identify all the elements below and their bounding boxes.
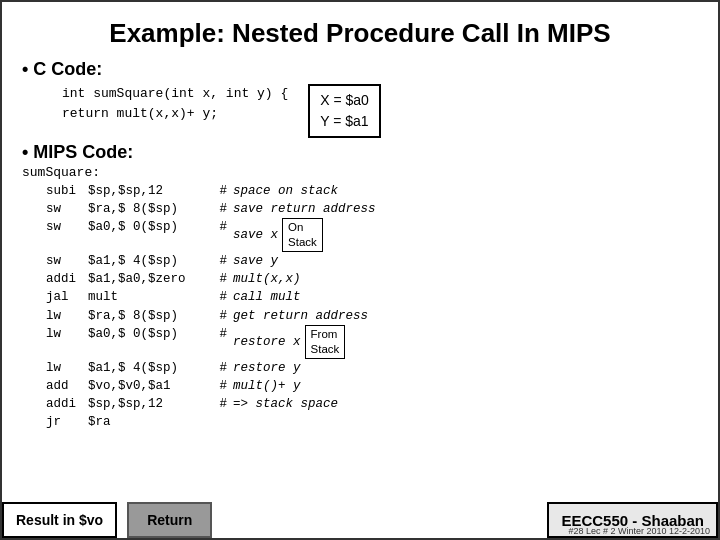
asm-operands: $a1,$ 4($sp) <box>84 359 216 377</box>
table-row: subi$sp,$sp,12# space on stack <box>42 182 380 200</box>
table-row: addi$sp,$sp,12# => stack space <box>42 395 380 413</box>
table-row: add$vo,$v0,$a1# mult()+ y <box>42 377 380 395</box>
asm-comment: mult()+ y <box>229 377 380 395</box>
table-row: lw$ra,$ 8($sp)# get return address <box>42 307 380 325</box>
asm-comment: mult(x,x) <box>229 270 380 288</box>
c-code-line1: int sumSquare(int x, int y) { <box>62 84 288 104</box>
asm-instruction: lw <box>42 325 84 359</box>
table-row: jr$ra <box>42 413 380 431</box>
asm-comment: restore y <box>229 359 380 377</box>
y-register: Y = $a1 <box>320 111 369 132</box>
asm-hash: # <box>216 395 230 413</box>
asm-comment: save xOnStack <box>229 218 380 252</box>
table-row: sw$a1,$ 4($sp)# save y <box>42 252 380 270</box>
c-code-bullet: • C Code: <box>22 59 102 79</box>
on-stack-box: FromStack <box>305 325 346 359</box>
asm-operands: $sp,$sp,12 <box>84 182 216 200</box>
asm-instruction: lw <box>42 307 84 325</box>
asm-hash: # <box>216 359 230 377</box>
asm-comment: call mult <box>229 288 380 306</box>
asm-operands: $ra <box>84 413 216 431</box>
asm-hash: # <box>216 325 230 359</box>
asm-operands: $vo,$v0,$a1 <box>84 377 216 395</box>
asm-operands: $a0,$ 0($sp) <box>84 325 216 359</box>
table-row: sw$a0,$ 0($sp)# save xOnStack <box>42 218 380 252</box>
asm-operands: mult <box>84 288 216 306</box>
table-row: jalmult# call mult <box>42 288 380 306</box>
asm-hash: # <box>216 252 230 270</box>
asm-operands: $ra,$ 8($sp) <box>84 200 216 218</box>
asm-operands: $sp,$sp,12 <box>84 395 216 413</box>
asm-comment: get return address <box>229 307 380 325</box>
asm-comment: save y <box>229 252 380 270</box>
slide-title: Example: Nested Procedure Call In MIPS <box>22 18 698 49</box>
c-code-line2: return mult(x,x)+ y; <box>62 104 288 124</box>
asm-instruction: sw <box>42 218 84 252</box>
asm-hash <box>216 413 230 431</box>
asm-instruction: sw <box>42 252 84 270</box>
asm-hash: # <box>216 218 230 252</box>
on-stack-box: OnStack <box>282 218 323 252</box>
asm-operands: $a1,$a0,$zero <box>84 270 216 288</box>
xy-register-box: X = $a0 Y = $a1 <box>308 84 381 138</box>
asm-comment: restore xFromStack <box>229 325 380 359</box>
asm-instruction: lw <box>42 359 84 377</box>
asm-instruction: add <box>42 377 84 395</box>
asm-hash: # <box>216 307 230 325</box>
asm-comment: space on stack <box>229 182 380 200</box>
asm-hash: # <box>216 182 230 200</box>
asm-hash: # <box>216 270 230 288</box>
sum-square-label: sumSquare: <box>22 165 698 180</box>
table-row: lw$a1,$ 4($sp)# restore y <box>42 359 380 377</box>
asm-hash: # <box>216 200 230 218</box>
asm-instruction: jal <box>42 288 84 306</box>
asm-hash: # <box>216 377 230 395</box>
table-row: sw$ra,$ 8($sp)# save return address <box>42 200 380 218</box>
return-label: Return <box>127 502 212 538</box>
asm-operands: $a1,$ 4($sp) <box>84 252 216 270</box>
table-row: lw$a0,$ 0($sp)# restore xFromStack <box>42 325 380 359</box>
asm-hash: # <box>216 288 230 306</box>
asm-instruction: subi <box>42 182 84 200</box>
table-row: addi$a1,$a0,$zero# mult(x,x) <box>42 270 380 288</box>
mips-bullet: • MIPS Code: <box>22 142 133 162</box>
asm-instruction: addi <box>42 270 84 288</box>
footer-note: #28 Lec # 2 Winter 2010 12-2-2010 <box>568 526 710 536</box>
asm-instruction: jr <box>42 413 84 431</box>
asm-comment <box>229 413 380 431</box>
asm-instruction: sw <box>42 200 84 218</box>
asm-instruction: addi <box>42 395 84 413</box>
assembly-table: subi$sp,$sp,12# space on stacksw$ra,$ 8(… <box>42 182 380 431</box>
x-register: X = $a0 <box>320 90 369 111</box>
asm-operands: $a0,$ 0($sp) <box>84 218 216 252</box>
asm-operands: $ra,$ 8($sp) <box>84 307 216 325</box>
slide: Example: Nested Procedure Call In MIPS •… <box>0 0 720 540</box>
asm-comment: => stack space <box>229 395 380 413</box>
result-label: Result in $vo <box>2 502 117 538</box>
asm-comment: save return address <box>229 200 380 218</box>
